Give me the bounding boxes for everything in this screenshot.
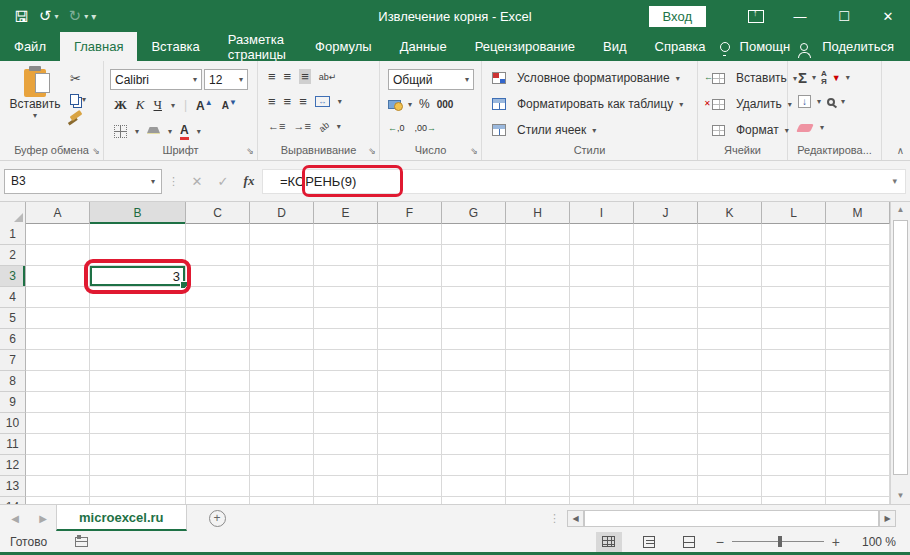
vertical-scroll-thumb[interactable] — [893, 220, 908, 475]
cell-B10[interactable] — [90, 413, 186, 434]
cell-C9[interactable] — [186, 392, 250, 413]
cell-A14[interactable] — [26, 497, 90, 504]
minimize-button[interactable]: — — [778, 0, 822, 32]
cell-M1[interactable] — [826, 224, 890, 245]
cell-F14[interactable] — [378, 497, 442, 504]
cell-A12[interactable] — [26, 455, 90, 476]
scroll-up-icon[interactable]: ▲ — [891, 202, 910, 218]
cell-F1[interactable] — [378, 224, 442, 245]
orientation-dropdown-icon[interactable]: ▾ — [337, 122, 341, 131]
cell-F2[interactable] — [378, 245, 442, 266]
row-header-1[interactable]: 1 — [0, 224, 26, 245]
cell-L5[interactable] — [762, 308, 826, 329]
font-name-combobox[interactable]: Calibri▾ — [110, 69, 202, 90]
cell-A8[interactable] — [26, 371, 90, 392]
tell-me-button[interactable]: Помощн — [736, 39, 795, 54]
paste-dropdown-icon[interactable]: ▾ — [33, 111, 37, 120]
font-color-dropdown-icon[interactable]: ▾ — [197, 127, 201, 136]
conditional-formatting-button[interactable]: Условное форматирование — [517, 71, 670, 85]
cell-C12[interactable] — [186, 455, 250, 476]
cell-I10[interactable] — [570, 413, 634, 434]
alignment-dialog-launcher-icon[interactable]: ⇘ — [368, 146, 376, 156]
number-dialog-launcher-icon[interactable]: ⇘ — [470, 146, 478, 156]
cell-H14[interactable] — [506, 497, 570, 504]
column-header-F[interactable]: F — [378, 202, 442, 224]
increase-decimal-icon[interactable]: ←,0 — [388, 123, 405, 133]
cell-F9[interactable] — [378, 392, 442, 413]
cell-F12[interactable] — [378, 455, 442, 476]
page-layout-view-button[interactable] — [636, 532, 662, 552]
cell-A2[interactable] — [26, 245, 90, 266]
cell-L2[interactable] — [762, 245, 826, 266]
italic-button[interactable]: К — [136, 97, 145, 113]
cell-F3[interactable] — [378, 266, 442, 287]
page-break-view-button[interactable] — [676, 532, 702, 552]
tab-formulas[interactable]: Формулы — [301, 32, 386, 61]
underline-button[interactable]: Ч — [154, 97, 162, 113]
cell-E10[interactable] — [314, 413, 378, 434]
cell-I13[interactable] — [570, 476, 634, 497]
cell-C7[interactable] — [186, 350, 250, 371]
ribbon-display-options-button[interactable] — [734, 0, 778, 32]
row-header-2[interactable]: 2 — [0, 245, 26, 266]
cell-H9[interactable] — [506, 392, 570, 413]
column-header-D[interactable]: D — [250, 202, 314, 224]
column-header-I[interactable]: I — [570, 202, 634, 224]
cell-L4[interactable] — [762, 287, 826, 308]
column-header-B[interactable]: B — [90, 202, 186, 224]
undo-dropdown-icon[interactable]: ▾ — [55, 12, 59, 21]
cell-C2[interactable] — [186, 245, 250, 266]
cell-J3[interactable] — [634, 266, 698, 287]
cell-A11[interactable] — [26, 434, 90, 455]
cell-J9[interactable] — [634, 392, 698, 413]
cell-M9[interactable] — [826, 392, 890, 413]
cell-M3[interactable] — [826, 266, 890, 287]
tab-view[interactable]: Вид — [589, 32, 641, 61]
fill-dropdown-icon[interactable]: ▾ — [817, 97, 821, 106]
cell-M14[interactable] — [826, 497, 890, 504]
cell-H8[interactable] — [506, 371, 570, 392]
row-header-4[interactable]: 4 — [0, 287, 26, 308]
cell-E5[interactable] — [314, 308, 378, 329]
cell-H3[interactable] — [506, 266, 570, 287]
cell-E6[interactable] — [314, 329, 378, 350]
cell-H6[interactable] — [506, 329, 570, 350]
close-button[interactable]: ✕ — [866, 0, 910, 32]
insert-cells-button[interactable]: Вставить — [736, 71, 787, 85]
cell-I6[interactable] — [570, 329, 634, 350]
sheet-prev-icon[interactable]: ◀ — [0, 505, 30, 531]
sign-in-button[interactable]: Вход — [649, 6, 706, 27]
column-header-J[interactable]: J — [634, 202, 698, 224]
collapse-ribbon-icon[interactable]: ∧ — [897, 145, 904, 156]
cell-E9[interactable] — [314, 392, 378, 413]
cell-K5[interactable] — [698, 308, 762, 329]
increase-indent-icon[interactable]: →≡ — [293, 121, 310, 132]
cell-G8[interactable] — [442, 371, 506, 392]
cell-M8[interactable] — [826, 371, 890, 392]
column-header-M[interactable]: M — [826, 202, 890, 224]
cell-J1[interactable] — [634, 224, 698, 245]
cell-A10[interactable] — [26, 413, 90, 434]
row-header-3[interactable]: 3 — [0, 266, 26, 287]
cell-I14[interactable] — [570, 497, 634, 504]
cell-H1[interactable] — [506, 224, 570, 245]
cell-L11[interactable] — [762, 434, 826, 455]
formula-bar-resize-handle[interactable]: ⋮ — [168, 175, 178, 188]
row-header-9[interactable]: 9 — [0, 392, 26, 413]
cell-C5[interactable] — [186, 308, 250, 329]
cell-G12[interactable] — [442, 455, 506, 476]
row-header-5[interactable]: 5 — [0, 308, 26, 329]
align-top-icon[interactable]: ≡ — [268, 70, 276, 83]
cell-K12[interactable] — [698, 455, 762, 476]
cell-H4[interactable] — [506, 287, 570, 308]
sheet-next-icon[interactable]: ▶ — [30, 505, 56, 531]
cell-B13[interactable] — [90, 476, 186, 497]
clear-dropdown-icon[interactable]: ▾ — [820, 123, 824, 132]
cell-J13[interactable] — [634, 476, 698, 497]
cell-G4[interactable] — [442, 287, 506, 308]
cell-M11[interactable] — [826, 434, 890, 455]
row-header-12[interactable]: 12 — [0, 455, 26, 476]
cell-J12[interactable] — [634, 455, 698, 476]
cell-L8[interactable] — [762, 371, 826, 392]
scroll-left-icon[interactable]: ◀ — [567, 510, 584, 527]
